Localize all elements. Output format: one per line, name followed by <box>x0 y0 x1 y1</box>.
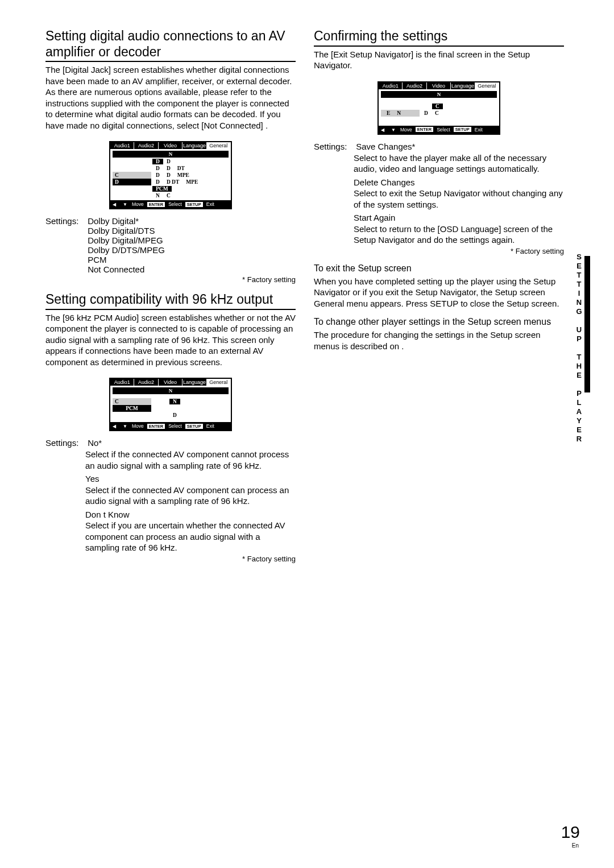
setting-option: Dolby Digital/DTS <box>88 226 155 235</box>
osd-tab: Audio2 <box>403 82 426 89</box>
heading-digital-audio: Setting digital audio connections to an … <box>45 28 296 62</box>
page-language: En <box>572 842 579 849</box>
heading-change-other: To change other player settings in the S… <box>314 317 564 327</box>
osd-foot-setup: SETUP <box>185 424 203 429</box>
osd-foot-select: Select <box>168 423 182 429</box>
setting-desc: Select if the connected AV component can… <box>85 485 296 507</box>
setting-desc: Select to have the player make all of th… <box>354 152 564 175</box>
setting-desc: Select to return to the [OSD Language] s… <box>354 224 564 246</box>
osd-foot-select: Select <box>437 127 450 133</box>
osd-foot-enter: ENTER <box>416 127 433 132</box>
osd-tab-active: General <box>207 379 231 386</box>
settings-confirm: Settings: Save Changes* <box>314 142 564 151</box>
osd-tab: Language <box>182 142 206 149</box>
osd-screen-96khz: Audio1 Audio2 Video Language General N C… <box>109 378 232 431</box>
settings-label: Settings: <box>45 438 85 448</box>
setting-desc: Select if you are uncertain whether the … <box>85 520 296 553</box>
settings-digital-jack: Settings: Dolby Digital* Dolby Digital/D… <box>45 216 296 274</box>
setting-option-head: Save Changes* <box>356 142 415 151</box>
osd-tab: Audio2 <box>134 142 158 149</box>
settings-label: Settings: <box>314 142 354 151</box>
setting-desc: Select to exit the Setup Navigator witho… <box>354 188 564 210</box>
osd-screen-exit-navigator: Audio1 Audio2 Video Language General N C… <box>377 81 500 135</box>
para-change-other: The procedure for changing the settings … <box>314 329 564 352</box>
setting-desc: Select if the connected AV component can… <box>85 449 296 471</box>
side-tab-text: SETTING UP THE PLAYER <box>575 253 583 444</box>
heading-confirming: Confirming the settings <box>314 28 564 47</box>
factory-setting-note: * Factory setting <box>314 247 564 255</box>
setting-option: Don t Know <box>85 509 296 520</box>
osd-foot-move: Move <box>132 423 144 429</box>
osd-foot-move: Move <box>132 201 144 207</box>
osd-tab: Video <box>159 379 182 386</box>
para-96khz: The [96 kHz PCM Audio] screen establishe… <box>45 312 296 368</box>
settings-label: Settings: <box>45 216 85 226</box>
setting-option: Start Again <box>354 212 564 224</box>
osd-foot-exit: Exit <box>206 201 214 207</box>
osd-foot-select: Select <box>168 201 182 207</box>
osd-tab: Audio1 <box>110 379 134 386</box>
settings-96khz: Settings: No* <box>45 438 296 448</box>
heading-exit-setup: To exit the Setup screen <box>314 263 564 274</box>
setting-option: PCM <box>88 255 106 264</box>
heading-96khz: Setting compatibility with 96 kHz output <box>45 292 296 310</box>
osd-foot-setup: SETUP <box>185 202 203 207</box>
osd-tab: Audio2 <box>134 379 158 386</box>
osd-tab: Audio1 <box>110 142 134 149</box>
osd-tab: Audio1 <box>379 82 403 89</box>
setting-option: Yes <box>85 473 296 485</box>
osd-foot-enter: ENTER <box>147 424 165 429</box>
osd-foot-exit: Exit <box>475 127 483 133</box>
setting-option-head: No* <box>88 438 102 448</box>
osd-foot-move: Move <box>400 127 412 133</box>
osd-foot-exit: Exit <box>206 423 214 429</box>
osd-tab: Video <box>159 142 182 149</box>
osd-tab: Language <box>182 379 206 386</box>
para-confirming: The [Exit Setup Navigator] is the final … <box>314 49 564 71</box>
factory-setting-note: * Factory setting <box>45 555 296 563</box>
setting-option: Dolby Digital/MPEG <box>88 235 163 245</box>
page-number: 19 <box>561 822 580 842</box>
osd-foot-setup: SETUP <box>454 127 471 132</box>
osd-tab: Language <box>451 82 475 89</box>
setting-option: Not Connected <box>88 264 144 274</box>
osd-tab-active: General <box>207 142 231 149</box>
factory-setting-note: * Factory setting <box>45 275 296 284</box>
setting-option: Delete Changes <box>354 177 564 188</box>
setting-option: Dolby D/DTS/MPEG <box>88 245 165 255</box>
osd-screen-digital-jack: Audio1 Audio2 Video Language General N D… <box>109 141 232 209</box>
para-digital-audio: The [Digital Jack] screen establishes wh… <box>45 64 296 131</box>
setting-option: Dolby Digital* <box>88 216 139 226</box>
para-exit-setup: When you have completed setting up the p… <box>314 276 564 309</box>
osd-tab-active: General <box>475 82 499 89</box>
side-tab: SETTING UP THE PLAYER <box>574 256 590 392</box>
osd-foot-enter: ENTER <box>147 202 165 207</box>
osd-tab: Video <box>427 82 451 89</box>
